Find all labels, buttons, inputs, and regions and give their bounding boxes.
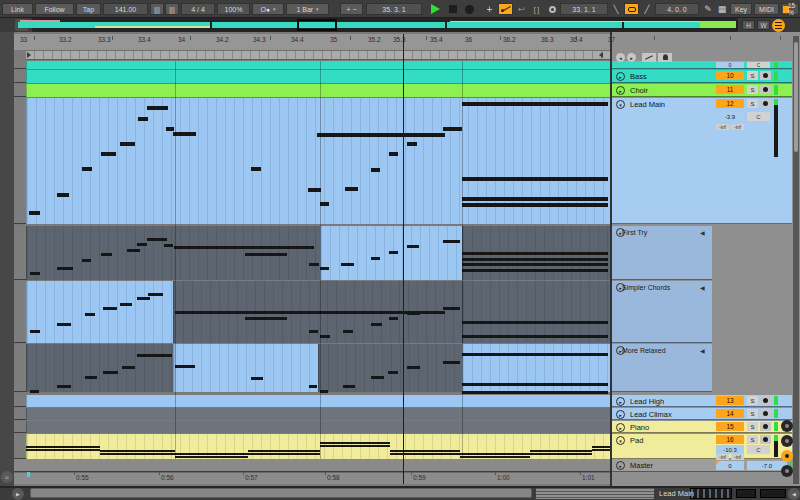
track-activator-button[interactable]: 15 [716,422,744,431]
track-fold-button[interactable]: ▸ [616,423,625,432]
solo-button[interactable]: S [747,99,758,108]
track-fold-button[interactable]: ▸ [616,410,625,419]
volume-display[interactable]: -3.9 [716,112,744,121]
solo-button[interactable]: S [747,71,758,80]
peak-level-display[interactable]: -inf [716,124,729,130]
groove-amount-display[interactable]: 100% [217,3,250,15]
link-button[interactable]: Link [2,3,33,15]
pan-display[interactable]: C [747,445,770,454]
track-activator-button[interactable]: 11 [716,85,744,94]
reenable-automation-button[interactable]: ↩ [515,3,528,15]
clip-segment[interactable] [26,421,610,433]
loop-start-display[interactable]: 33. 1. 1 [560,3,608,15]
tempo-display[interactable]: 141.00 [103,3,148,15]
arm-button[interactable] [760,71,771,80]
peak-level-display[interactable]: -inf [731,454,744,460]
key-map-button[interactable]: Key [730,3,752,15]
track-fold-button[interactable]: ▸ [616,72,625,81]
track-activator-button[interactable]: 13 [716,396,744,405]
track-fold-button[interactable]: ▸ [616,397,625,406]
session-record-button[interactable] [545,3,559,15]
tap-tempo-button[interactable]: Tap [76,3,101,15]
clip-segment[interactable] [462,281,610,343]
overview-view-rectangle[interactable] [297,19,337,31]
lock-envelopes-button[interactable] [658,53,672,62]
stop-button[interactable] [445,3,460,15]
track-fold-button[interactable]: ▾ [616,100,625,109]
solo-button[interactable]: S [747,409,758,418]
arm-button[interactable] [760,409,771,418]
optimize-height-button[interactable]: H [742,20,755,30]
take-lane-collapse-button[interactable]: ◀ [700,284,705,291]
solo-button[interactable]: S [747,85,758,94]
mixer-section-toggle-button[interactable] [781,420,793,432]
quantize-menu[interactable]: 1 Bar▾ [286,3,329,15]
loop-brace-bar[interactable] [26,50,610,60]
track-activator-button[interactable]: 10 [716,71,744,80]
automation-arm-button[interactable] [498,3,513,15]
show-info-button[interactable]: ▶ [12,488,24,500]
clip-segment[interactable] [26,61,610,69]
follow-button[interactable]: Follow [35,3,74,15]
track-fold-button[interactable]: ▸ [616,86,625,95]
midi-map-button[interactable]: MIDI [754,3,779,15]
optimize-width-button[interactable]: W [757,20,770,30]
automation-mode-button[interactable] [642,53,656,62]
mixer-section-toggle-button[interactable] [781,435,793,447]
solo-button[interactable]: S [747,435,758,444]
solo-button[interactable]: S [747,396,758,405]
arm-button[interactable] [760,435,771,444]
track-activator-button[interactable]: 12 [716,99,744,108]
arm-button[interactable] [760,85,771,94]
nudge-down-button[interactable]: ||| [150,3,164,15]
clip-segment[interactable] [318,344,462,392]
record-button[interactable] [462,3,477,15]
track-fold-button[interactable]: ▸ [616,461,625,470]
volume-display[interactable]: -10.3 [716,445,744,454]
track-fold-button[interactable]: ▾ [616,436,625,445]
peak-level-display[interactable]: -inf [731,124,744,130]
collapse-detail-button[interactable]: ◀ [788,488,800,500]
prev-locator-button[interactable]: ◂ [616,53,625,62]
clip-segment[interactable] [26,408,610,420]
mini-volume-display[interactable]: 0 [716,62,744,68]
take-lane-collapse-button[interactable]: ◀ [700,229,705,236]
take-lane-collapse-button[interactable]: ◀ [700,347,705,354]
draw-mode-button[interactable]: ✎ [702,3,714,15]
clip-segment[interactable] [26,395,610,407]
time-ruler[interactable] [14,472,610,484]
zoom-back-button[interactable]: ≈ [1,471,13,483]
peak-level-display[interactable]: -inf [716,454,729,460]
next-locator-button[interactable]: ▸ [627,53,636,62]
loop-button[interactable] [624,3,639,15]
arrangement-position-display[interactable]: 35. 3. 1 [366,3,422,15]
mixer-section-toggle-button[interactable] [781,450,793,462]
mini-pan-display[interactable]: C [747,62,770,68]
clip-segment[interactable] [26,281,173,343]
pan-display[interactable]: C [747,112,770,121]
punch-in-button[interactable]: ╲ [610,3,622,15]
clip-segment[interactable] [173,344,318,392]
master-lane[interactable] [14,459,610,472]
clip-segment[interactable] [26,344,173,392]
arm-button[interactable] [760,396,771,405]
play-button[interactable] [428,3,443,15]
loop-length-display[interactable]: 4. 0. 0 [655,3,699,15]
nudge-up-button[interactable]: ||| [165,3,179,15]
arm-button[interactable] [760,99,771,108]
punch-out-button[interactable]: ╱ [641,3,653,15]
solo-button[interactable]: S [747,422,758,431]
track-activator-button[interactable]: 14 [716,409,744,418]
position-nudge-buttons[interactable]: + − [340,3,363,15]
time-signature-display[interactable]: 4 / 4 [181,3,215,15]
track-activator-button[interactable]: 16 [716,435,744,444]
metronome-button[interactable]: O●▾ [252,3,284,15]
arm-button[interactable] [760,422,771,431]
clip-segment[interactable] [26,84,610,97]
clip-segment[interactable] [26,70,610,83]
master-pan-display[interactable]: 0 [716,461,744,470]
mixer-section-toggle-button[interactable] [781,465,793,477]
capture-midi-button[interactable]: [ ] [530,3,543,15]
cpu-meter[interactable]: 15 % [781,3,799,15]
scrollbar-thumb[interactable] [794,42,798,152]
